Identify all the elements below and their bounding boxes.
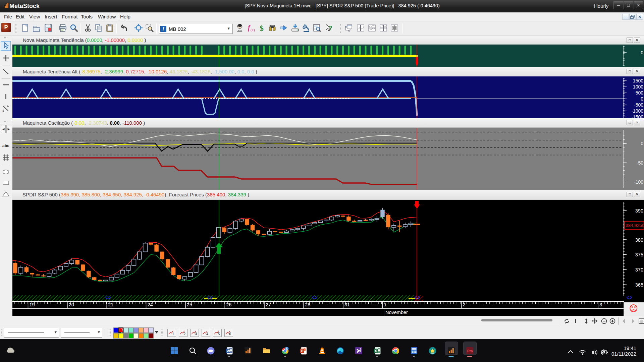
svg-text:?: ?	[360, 348, 361, 351]
svg-text:26: 26	[226, 302, 231, 307]
svg-text:3: 3	[195, 332, 197, 336]
svg-text:1: 1	[172, 332, 174, 336]
svg-text:27: 27	[266, 302, 271, 307]
svg-text:28: 28	[305, 302, 310, 307]
svg-text:365: 365	[635, 282, 643, 288]
svg-text:5: 5	[218, 332, 220, 336]
svg-text:380: 380	[635, 237, 643, 243]
svg-text:4: 4	[206, 332, 208, 336]
svg-text:-500: -500	[634, 102, 643, 108]
svg-text:1: 1	[384, 302, 387, 307]
svg-text:3: 3	[599, 302, 602, 307]
svg-text:Pro: Pro	[467, 349, 473, 353]
svg-text:6: 6	[229, 332, 231, 336]
svg-text:X: X	[375, 349, 377, 353]
svg-text:(x): (x)	[251, 28, 255, 32]
svg-text:L: L	[7, 104, 9, 108]
svg-text:370: 370	[635, 267, 643, 273]
svg-text:1500: 1500	[633, 78, 643, 83]
svg-text:P: P	[301, 349, 303, 353]
svg-text:2: 2	[463, 302, 466, 307]
svg-text:2: 2	[183, 332, 185, 336]
svg-text:$: $	[260, 24, 264, 33]
svg-text:1000: 1000	[633, 84, 643, 89]
svg-text:?: ?	[329, 25, 332, 32]
svg-text:S: S	[2, 109, 4, 112]
svg-text:-50: -50	[637, 160, 643, 166]
svg-text:0: 0	[641, 141, 643, 146]
svg-text:November: November	[385, 310, 408, 315]
svg-text:abc: abc	[2, 143, 9, 148]
svg-text:390: 390	[635, 208, 643, 214]
svg-text:21: 21	[108, 302, 113, 307]
svg-text:25: 25	[187, 302, 192, 307]
svg-text:31: 31	[344, 302, 350, 307]
svg-text:W: W	[227, 349, 230, 353]
svg-text:-1500: -1500	[631, 114, 643, 118]
svg-text:500: 500	[636, 90, 644, 96]
svg-text:20: 20	[69, 302, 74, 307]
svg-text:-1000: -1000	[631, 108, 643, 114]
svg-text:0: 0	[641, 50, 643, 55]
svg-text:19: 19	[30, 302, 35, 307]
svg-text:0: 0	[641, 96, 643, 102]
svg-text:384.9250: 384.9250	[626, 223, 644, 228]
svg-text:375: 375	[635, 252, 643, 257]
svg-text:-100: -100	[634, 179, 643, 185]
svg-text:24: 24	[148, 302, 153, 307]
